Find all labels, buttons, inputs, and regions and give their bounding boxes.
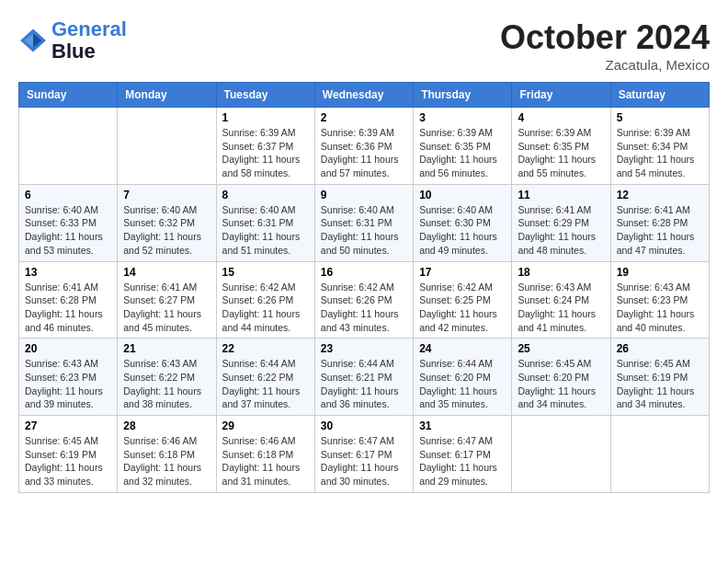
calendar-cell: 7Sunrise: 6:40 AM Sunset: 6:32 PM Daylig… [118, 184, 216, 261]
day-info: Sunrise: 6:39 AM Sunset: 6:34 PM Dayligh… [617, 126, 703, 180]
day-header-saturday: Saturday [610, 83, 709, 108]
calendar-cell: 28Sunrise: 6:46 AM Sunset: 6:18 PM Dayli… [118, 416, 216, 493]
day-info: Sunrise: 6:40 AM Sunset: 6:31 PM Dayligh… [222, 203, 309, 258]
day-info: Sunrise: 6:40 AM Sunset: 6:31 PM Dayligh… [321, 203, 407, 258]
calendar-cell: 17Sunrise: 6:42 AM Sunset: 6:25 PM Dayli… [414, 261, 512, 339]
day-number: 14 [123, 266, 210, 279]
day-number: 29 [222, 419, 309, 432]
calendar-cell: 13Sunrise: 6:41 AM Sunset: 6:28 PM Dayli… [19, 261, 118, 339]
logo-text: General Blue [51, 18, 127, 63]
day-number: 25 [518, 342, 604, 355]
day-info: Sunrise: 6:43 AM Sunset: 6:23 PM Dayligh… [25, 357, 111, 411]
day-header-monday: Monday [118, 83, 216, 108]
day-number: 18 [518, 266, 604, 279]
calendar-header-row: SundayMondayTuesdayWednesdayThursdayFrid… [19, 83, 710, 108]
day-info: Sunrise: 6:39 AM Sunset: 6:35 PM Dayligh… [518, 126, 604, 180]
day-info: Sunrise: 6:41 AM Sunset: 6:29 PM Dayligh… [518, 203, 604, 258]
day-info: Sunrise: 6:41 AM Sunset: 6:28 PM Dayligh… [25, 281, 111, 335]
calendar-cell: 4Sunrise: 6:39 AM Sunset: 6:35 PM Daylig… [512, 108, 610, 185]
calendar-cell [512, 416, 610, 493]
calendar-cell: 16Sunrise: 6:42 AM Sunset: 6:26 PM Dayli… [314, 261, 413, 339]
calendar-cell: 10Sunrise: 6:40 AM Sunset: 6:30 PM Dayli… [414, 184, 512, 261]
day-info: Sunrise: 6:39 AM Sunset: 6:36 PM Dayligh… [321, 126, 407, 180]
calendar-cell: 14Sunrise: 6:41 AM Sunset: 6:27 PM Dayli… [118, 261, 216, 339]
day-info: Sunrise: 6:42 AM Sunset: 6:26 PM Dayligh… [222, 281, 309, 335]
calendar-cell: 1Sunrise: 6:39 AM Sunset: 6:37 PM Daylig… [216, 108, 314, 185]
day-info: Sunrise: 6:39 AM Sunset: 6:35 PM Dayligh… [419, 126, 506, 180]
day-number: 13 [25, 266, 111, 279]
day-number: 7 [123, 189, 210, 201]
calendar-cell: 2Sunrise: 6:39 AM Sunset: 6:36 PM Daylig… [314, 108, 413, 185]
day-number: 17 [419, 266, 506, 279]
day-number: 26 [617, 342, 703, 355]
day-info: Sunrise: 6:40 AM Sunset: 6:32 PM Dayligh… [123, 203, 210, 258]
day-number: 11 [518, 189, 604, 201]
calendar-cell: 21Sunrise: 6:43 AM Sunset: 6:22 PM Dayli… [118, 339, 216, 416]
day-number: 27 [25, 419, 111, 432]
calendar-cell: 3Sunrise: 6:39 AM Sunset: 6:35 PM Daylig… [414, 108, 512, 185]
day-number: 24 [419, 342, 506, 355]
day-info: Sunrise: 6:44 AM Sunset: 6:21 PM Dayligh… [321, 357, 407, 411]
day-number: 21 [123, 342, 210, 355]
day-number: 4 [518, 111, 604, 124]
calendar-cell: 22Sunrise: 6:44 AM Sunset: 6:22 PM Dayli… [216, 339, 314, 416]
day-number: 10 [419, 189, 506, 201]
day-header-friday: Friday [512, 83, 610, 108]
day-info: Sunrise: 6:45 AM Sunset: 6:19 PM Dayligh… [25, 434, 111, 488]
day-header-tuesday: Tuesday [216, 83, 314, 108]
location-subtitle: Zacatula, Mexico [500, 57, 710, 73]
day-number: 9 [321, 189, 407, 201]
calendar-cell: 29Sunrise: 6:46 AM Sunset: 6:18 PM Dayli… [216, 416, 314, 493]
day-info: Sunrise: 6:47 AM Sunset: 6:17 PM Dayligh… [321, 434, 407, 488]
calendar-cell: 27Sunrise: 6:45 AM Sunset: 6:19 PM Dayli… [19, 416, 118, 493]
day-header-sunday: Sunday [19, 83, 118, 108]
month-title: October 2024 [500, 18, 710, 57]
calendar-cell [19, 108, 118, 185]
calendar-cell: 5Sunrise: 6:39 AM Sunset: 6:34 PM Daylig… [610, 108, 709, 185]
calendar-cell: 15Sunrise: 6:42 AM Sunset: 6:26 PM Dayli… [216, 261, 314, 339]
day-number: 12 [617, 189, 703, 201]
calendar-cell: 6Sunrise: 6:40 AM Sunset: 6:33 PM Daylig… [19, 184, 118, 261]
day-number: 30 [321, 419, 407, 432]
day-info: Sunrise: 6:40 AM Sunset: 6:30 PM Dayligh… [419, 203, 506, 258]
day-number: 16 [321, 266, 407, 279]
calendar-cell: 31Sunrise: 6:47 AM Sunset: 6:17 PM Dayli… [414, 416, 512, 493]
day-info: Sunrise: 6:43 AM Sunset: 6:23 PM Dayligh… [617, 281, 703, 335]
day-number: 28 [123, 419, 210, 432]
calendar-cell [118, 108, 216, 185]
day-number: 15 [222, 266, 309, 279]
day-number: 5 [617, 111, 703, 124]
logo: General Blue [18, 18, 127, 63]
calendar-cell: 20Sunrise: 6:43 AM Sunset: 6:23 PM Dayli… [19, 339, 118, 416]
day-number: 1 [222, 111, 309, 124]
day-number: 6 [25, 189, 111, 201]
day-number: 19 [617, 266, 703, 279]
calendar-cell: 19Sunrise: 6:43 AM Sunset: 6:23 PM Dayli… [610, 261, 709, 339]
day-info: Sunrise: 6:43 AM Sunset: 6:24 PM Dayligh… [518, 281, 604, 335]
day-info: Sunrise: 6:41 AM Sunset: 6:28 PM Dayligh… [617, 203, 703, 258]
day-info: Sunrise: 6:42 AM Sunset: 6:26 PM Dayligh… [321, 281, 407, 335]
calendar-week-row: 6Sunrise: 6:40 AM Sunset: 6:33 PM Daylig… [19, 184, 710, 261]
calendar-week-row: 20Sunrise: 6:43 AM Sunset: 6:23 PM Dayli… [19, 339, 710, 416]
calendar-cell: 8Sunrise: 6:40 AM Sunset: 6:31 PM Daylig… [216, 184, 314, 261]
calendar-cell: 18Sunrise: 6:43 AM Sunset: 6:24 PM Dayli… [512, 261, 610, 339]
calendar-week-row: 1Sunrise: 6:39 AM Sunset: 6:37 PM Daylig… [19, 108, 710, 185]
calendar-cell: 12Sunrise: 6:41 AM Sunset: 6:28 PM Dayli… [610, 184, 709, 261]
day-info: Sunrise: 6:41 AM Sunset: 6:27 PM Dayligh… [123, 281, 210, 335]
day-header-wednesday: Wednesday [314, 83, 413, 108]
day-info: Sunrise: 6:42 AM Sunset: 6:25 PM Dayligh… [419, 281, 506, 335]
day-info: Sunrise: 6:45 AM Sunset: 6:19 PM Dayligh… [617, 357, 703, 411]
day-info: Sunrise: 6:40 AM Sunset: 6:33 PM Dayligh… [25, 203, 111, 258]
day-number: 8 [222, 189, 309, 201]
calendar-cell: 25Sunrise: 6:45 AM Sunset: 6:20 PM Dayli… [512, 339, 610, 416]
calendar-cell: 26Sunrise: 6:45 AM Sunset: 6:19 PM Dayli… [610, 339, 709, 416]
day-info: Sunrise: 6:39 AM Sunset: 6:37 PM Dayligh… [222, 126, 309, 180]
calendar-cell: 30Sunrise: 6:47 AM Sunset: 6:17 PM Dayli… [314, 416, 413, 493]
title-block: October 2024 Zacatula, Mexico [500, 18, 710, 73]
day-info: Sunrise: 6:44 AM Sunset: 6:20 PM Dayligh… [419, 357, 506, 411]
day-number: 2 [321, 111, 407, 124]
page-header: General Blue October 2024 Zacatula, Mexi… [18, 18, 710, 73]
day-info: Sunrise: 6:43 AM Sunset: 6:22 PM Dayligh… [123, 357, 210, 411]
day-number: 23 [321, 342, 407, 355]
calendar-cell: 11Sunrise: 6:41 AM Sunset: 6:29 PM Dayli… [512, 184, 610, 261]
